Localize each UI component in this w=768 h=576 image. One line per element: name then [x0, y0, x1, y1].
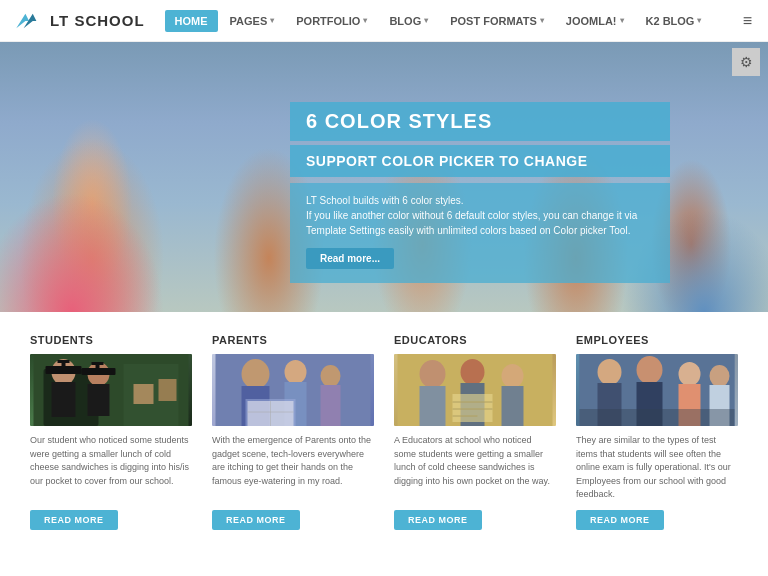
- svg-point-20: [285, 360, 307, 384]
- card-students: STUDENTS: [30, 334, 192, 530]
- card-employees-button[interactable]: READ MORE: [576, 510, 664, 530]
- card-employees-title: EMPLOYEES: [576, 334, 738, 346]
- chevron-down-icon: ▾: [270, 16, 274, 25]
- logo-text: LT SCHOOL: [50, 12, 145, 29]
- nav-blog[interactable]: BLOG ▾: [379, 10, 438, 32]
- svg-rect-34: [502, 386, 524, 426]
- svg-rect-5: [52, 382, 76, 417]
- svg-rect-16: [159, 379, 177, 401]
- svg-rect-35: [453, 394, 493, 422]
- svg-point-18: [242, 359, 270, 389]
- chevron-down-icon: ▾: [540, 16, 544, 25]
- header: LT SCHOOL HOME PAGES ▾ PORTFOLIO ▾ BLOG …: [0, 0, 768, 42]
- employees-image-svg: [576, 354, 738, 426]
- svg-point-22: [321, 365, 341, 387]
- nav-pages[interactable]: PAGES ▾: [220, 10, 285, 32]
- svg-rect-49: [580, 409, 735, 426]
- card-employees-image: [576, 354, 738, 426]
- svg-rect-15: [134, 384, 154, 404]
- card-employees: EMPLOYEES They are similar to the types …: [576, 334, 738, 530]
- hero-readmore-button[interactable]: Read more...: [306, 248, 394, 269]
- card-employees-text: They are similar to the types of test it…: [576, 434, 738, 502]
- svg-rect-8: [58, 360, 70, 363]
- hero-subtitle: SUPPORT COLOR PICKER TO CHANGE: [306, 153, 654, 169]
- page-wrapper: LT SCHOOL HOME PAGES ▾ PORTFOLIO ▾ BLOG …: [0, 0, 768, 546]
- svg-point-47: [710, 365, 730, 387]
- svg-marker-0: [16, 13, 29, 28]
- hero-overlay: 6 COLOR STYLES SUPPORT COLOR PICKER TO C…: [290, 102, 670, 283]
- cards-section: STUDENTS: [0, 312, 768, 546]
- card-educators: EDUCATORS A Educators at school who noti…: [394, 334, 556, 530]
- svg-rect-13: [92, 362, 104, 365]
- card-students-button[interactable]: READ MORE: [30, 510, 118, 530]
- nav-home[interactable]: HOME: [165, 10, 218, 32]
- card-educators-image: [394, 354, 556, 426]
- educators-image-svg: [394, 354, 556, 426]
- card-educators-text: A Educators at school who noticed some s…: [394, 434, 556, 502]
- settings-button[interactable]: ⚙: [732, 48, 760, 76]
- card-parents-image: [212, 354, 374, 426]
- logo-icon: [16, 10, 44, 32]
- svg-point-41: [598, 359, 622, 385]
- card-parents: PARENTS With the emergence of Parents on…: [212, 334, 374, 530]
- nav-post-formats[interactable]: POST FORMATS ▾: [440, 10, 554, 32]
- card-educators-button[interactable]: READ MORE: [394, 510, 482, 530]
- svg-rect-23: [321, 385, 341, 426]
- svg-point-31: [461, 359, 485, 385]
- gear-icon: ⚙: [740, 54, 753, 70]
- hero-section: 6 COLOR STYLES SUPPORT COLOR PICKER TO C…: [0, 42, 768, 312]
- card-students-text: Our student who noticed some students we…: [30, 434, 192, 502]
- hero-title-box: 6 COLOR STYLES: [290, 102, 670, 141]
- hamburger-menu[interactable]: ≡: [743, 12, 752, 30]
- parents-image-svg: [212, 354, 374, 426]
- svg-point-33: [502, 364, 524, 388]
- svg-rect-30: [420, 386, 446, 426]
- hero-description-box: LT School builds with 6 color styles.If …: [290, 183, 670, 283]
- chevron-down-icon: ▾: [697, 16, 701, 25]
- card-parents-button[interactable]: READ MORE: [212, 510, 300, 530]
- chevron-down-icon: ▾: [363, 16, 367, 25]
- logo[interactable]: LT SCHOOL: [16, 10, 145, 32]
- nav-portfolio[interactable]: PORTFOLIO ▾: [286, 10, 377, 32]
- hero-subtitle-box: SUPPORT COLOR PICKER TO CHANGE: [290, 145, 670, 177]
- students-image-svg: [30, 354, 192, 426]
- main-nav: HOME PAGES ▾ PORTFOLIO ▾ BLOG ▾ POST FOR…: [165, 10, 743, 32]
- card-parents-text: With the emergence of Parents onto the g…: [212, 434, 374, 502]
- chevron-down-icon: ▾: [424, 16, 428, 25]
- chevron-down-icon: ▾: [620, 16, 624, 25]
- svg-rect-10: [88, 384, 110, 416]
- hero-title: 6 COLOR STYLES: [306, 110, 654, 133]
- card-students-image: [30, 354, 192, 426]
- nav-k2blog[interactable]: K2 BLOG ▾: [636, 10, 712, 32]
- nav-joomla[interactable]: JOOMLA! ▾: [556, 10, 634, 32]
- card-students-title: STUDENTS: [30, 334, 192, 346]
- card-educators-title: EDUCATORS: [394, 334, 556, 346]
- settings-icon-area: ⚙: [732, 48, 760, 76]
- svg-point-45: [679, 362, 701, 386]
- svg-point-43: [637, 356, 663, 384]
- svg-point-29: [420, 360, 446, 388]
- card-parents-title: PARENTS: [212, 334, 374, 346]
- hero-description: LT School builds with 6 color styles.If …: [306, 193, 654, 238]
